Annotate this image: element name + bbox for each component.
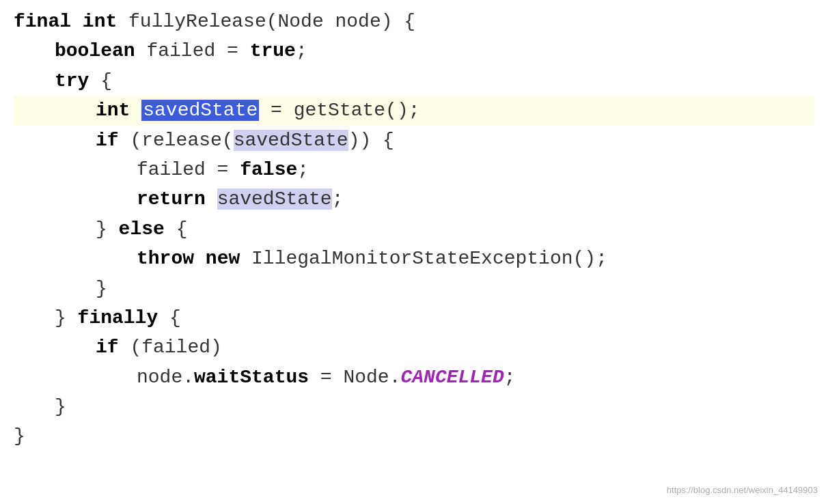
keyword-if-2: if (96, 337, 119, 358)
selected-savedstate: savedState (141, 100, 259, 121)
code-line-14: } (14, 392, 814, 421)
brace-open-else: { (165, 219, 188, 240)
semicolon-3: ; (332, 188, 344, 210)
if-condition-close: )) { (348, 130, 394, 151)
method-name: fullyRelease(Node node) { (128, 11, 415, 32)
code-line-2: boolean failed = true; (14, 36, 814, 66)
code-line-7: return savedState; (14, 184, 814, 214)
code-line-13: node.waitStatus = Node.CANCELLED; (14, 363, 814, 392)
keyword-throw: throw (137, 248, 194, 269)
semicolon-1: ; (296, 40, 307, 61)
semicolon-4: ; (504, 367, 516, 388)
type-int: int (83, 11, 117, 32)
code-line-1: final int fullyRelease(Node node) { (14, 7, 814, 36)
code-line-3: try { (14, 66, 814, 96)
code-line-5: if (release(savedState)) { (14, 126, 814, 155)
space-2 (206, 188, 217, 210)
keyword-else: else (119, 219, 165, 240)
semicolon-2: ; (297, 159, 309, 180)
var-failed: failed = (146, 40, 249, 61)
brace-close-method: } (14, 425, 25, 447)
failed-assign: failed = (137, 159, 240, 180)
keyword-finally: finally (78, 307, 158, 328)
brace-close-else: } (96, 278, 107, 299)
keyword-false: false (240, 159, 297, 180)
code-viewer: final int fullyRelease(Node node) { bool… (0, 0, 828, 504)
keyword-new: new (206, 248, 240, 269)
if-condition-open: (release( (119, 130, 234, 151)
brace-open-try: { (89, 70, 112, 92)
exception-name: IllegalMonitorStateException(); (240, 248, 607, 269)
space-3 (194, 248, 206, 269)
code-line-11: } finally { (14, 303, 814, 333)
keyword-true: true (250, 40, 296, 61)
assignment-getstate: = getState(); (259, 100, 419, 121)
keyword-return: return (137, 188, 206, 210)
highlight-savedstate-2: savedState (217, 188, 332, 210)
brace-open-finally: { (158, 307, 181, 328)
node-waitstatus: node. (137, 367, 194, 388)
brace-close-try: } (55, 307, 78, 328)
code-line-9: throw new IllegalMonitorStateException()… (14, 244, 814, 273)
keyword-final: final (14, 11, 71, 32)
highlight-savedstate-1: savedState (234, 130, 348, 151)
type-boolean: boolean (55, 40, 135, 61)
code-line-15: } (14, 421, 814, 451)
code-line-4-highlighted: int savedState = getState(); (14, 96, 814, 125)
code-line-12: if (failed) (14, 333, 814, 362)
brace-close-if: } (96, 219, 119, 240)
if-failed-condition: (failed) (119, 337, 222, 358)
cancelled-constant: CANCELLED (400, 367, 503, 388)
keyword-waitstatus: waitStatus (194, 367, 309, 388)
code-line-8: } else { (14, 214, 814, 244)
code-line-6: failed = false; (14, 155, 814, 184)
assign-node: = Node. (309, 367, 400, 388)
keyword-if: if (96, 130, 119, 151)
code-line-10: } (14, 274, 814, 303)
watermark-text: https://blog.csdn.net/weixin_44149903 (667, 484, 818, 497)
keyword-try: try (55, 70, 89, 92)
space-1 (130, 100, 141, 121)
brace-close-finally: } (55, 396, 66, 417)
type-int-2: int (96, 100, 130, 121)
